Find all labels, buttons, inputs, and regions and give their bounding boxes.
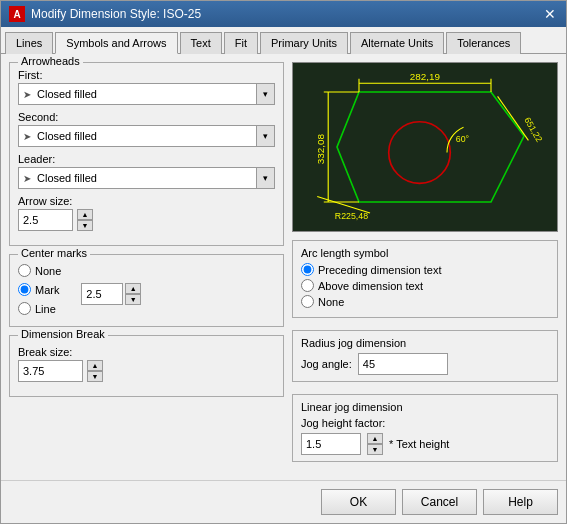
arrowheads-group: Arrowheads First: ➤ Closed filled ▾ Seco…	[9, 62, 284, 246]
center-mark-size-down[interactable]: ▼	[125, 294, 141, 305]
tab-fit[interactable]: Fit	[224, 32, 258, 54]
radius-jog-title: Radius jog dimension	[301, 337, 549, 349]
tab-alternate-units[interactable]: Alternate Units	[350, 32, 444, 54]
arrow-size-row: Arrow size: ▲ ▼	[18, 195, 275, 231]
svg-text:R225,48: R225,48	[335, 210, 368, 220]
break-size-down[interactable]: ▼	[87, 371, 103, 382]
above-label: Above dimension text	[318, 280, 423, 292]
jog-angle-input[interactable]	[358, 353, 448, 375]
arc-length-title: Arc length symbol	[301, 247, 549, 259]
arrow-size-buttons: ▲ ▼	[77, 209, 93, 231]
above-radio[interactable]	[301, 279, 314, 292]
cancel-button[interactable]: Cancel	[402, 489, 477, 515]
center-mark-size-up[interactable]: ▲	[125, 283, 141, 294]
arc-none-radio-row: None	[301, 295, 549, 308]
arrow-size-down[interactable]: ▼	[77, 220, 93, 231]
leader-arrow-icon: ➤	[19, 173, 35, 184]
mark-radio[interactable]	[18, 283, 31, 296]
break-size-up[interactable]: ▲	[87, 360, 103, 371]
jog-height-row: Jog height factor:	[301, 417, 549, 429]
preceding-radio[interactable]	[301, 263, 314, 276]
svg-text:282,19: 282,19	[410, 71, 441, 82]
mark-radio-row: Mark	[18, 283, 61, 296]
right-panel: 282,19 332,08 651,22 R225,48 60°	[292, 62, 558, 472]
dimension-break-group: Dimension Break Break size: ▲ ▼	[9, 335, 284, 397]
jog-height-buttons: ▲ ▼	[367, 433, 383, 455]
mark-radio-label: Mark	[35, 284, 59, 296]
second-dropdown[interactable]: ➤ Closed filled ▾	[18, 125, 275, 147]
arc-none-radio[interactable]	[301, 295, 314, 308]
preceding-radio-row: Preceding dimension text	[301, 263, 549, 276]
ok-button[interactable]: OK	[321, 489, 396, 515]
arrow-size-spinner: ▲ ▼	[18, 209, 275, 231]
center-mark-size-input[interactable]	[81, 283, 123, 305]
center-value-col: ▲ ▼	[81, 269, 141, 318]
content-area: Arrowheads First: ➤ Closed filled ▾ Seco…	[1, 54, 566, 480]
break-size-spinner: ▲ ▼	[18, 360, 275, 382]
leader-dropdown-btn[interactable]: ▾	[256, 168, 274, 188]
center-mark-size-buttons: ▲ ▼	[125, 283, 141, 305]
footer: OK Cancel Help	[1, 480, 566, 523]
jog-height-up[interactable]: ▲	[367, 433, 383, 444]
close-button[interactable]: ✕	[542, 6, 558, 22]
arrow-size-input[interactable]	[18, 209, 73, 231]
help-button[interactable]: Help	[483, 489, 558, 515]
arc-length-section: Arc length symbol Preceding dimension te…	[292, 240, 558, 318]
jog-height-down[interactable]: ▼	[367, 444, 383, 455]
first-label: First:	[18, 69, 275, 81]
none-radio-label: None	[35, 265, 61, 277]
leader-dropdown[interactable]: ➤ Closed filled ▾	[18, 167, 275, 189]
first-dropdown-text: Closed filled	[35, 88, 256, 100]
tab-primary-units[interactable]: Primary Units	[260, 32, 348, 54]
leader-field-row: Leader: ➤ Closed filled ▾	[18, 153, 275, 189]
text-height-label: * Text height	[389, 438, 449, 450]
jog-height-input-row: ▲ ▼ * Text height	[301, 433, 549, 455]
app-icon: A	[9, 6, 25, 22]
tab-lines[interactable]: Lines	[5, 32, 53, 54]
title-bar-left: A Modify Dimension Style: ISO-25	[9, 6, 201, 22]
second-field-row: Second: ➤ Closed filled ▾	[18, 111, 275, 147]
jog-height-input[interactable]	[301, 433, 361, 455]
arc-none-label: None	[318, 296, 344, 308]
line-radio[interactable]	[18, 302, 31, 315]
tab-tolerances[interactable]: Tolerances	[446, 32, 521, 54]
none-radio-row: None	[18, 264, 61, 277]
second-arrow-icon: ➤	[19, 131, 35, 142]
preceding-label: Preceding dimension text	[318, 264, 442, 276]
none-radio[interactable]	[18, 264, 31, 277]
leader-label: Leader:	[18, 153, 275, 165]
line-radio-row: Line	[18, 302, 61, 315]
leader-dropdown-text: Closed filled	[35, 172, 256, 184]
linear-jog-title: Linear jog dimension	[301, 401, 549, 413]
second-label: Second:	[18, 111, 275, 123]
arrow-size-label: Arrow size:	[18, 195, 275, 207]
tab-text[interactable]: Text	[180, 32, 222, 54]
main-window: A Modify Dimension Style: ISO-25 ✕ Lines…	[0, 0, 567, 524]
jog-height-label: Jog height factor:	[301, 417, 385, 429]
lower-groups: Center marks None Mark	[9, 254, 284, 327]
linear-jog-section: Linear jog dimension Jog height factor: …	[292, 394, 558, 462]
svg-text:60°: 60°	[456, 134, 469, 144]
center-marks-content: None Mark Line	[18, 261, 275, 318]
second-dropdown-btn[interactable]: ▾	[256, 126, 274, 146]
first-field-row: First: ➤ Closed filled ▾	[18, 69, 275, 105]
arrowheads-label: Arrowheads	[18, 55, 83, 67]
window-title: Modify Dimension Style: ISO-25	[31, 7, 201, 21]
first-dropdown[interactable]: ➤ Closed filled ▾	[18, 83, 275, 105]
dimension-break-label: Dimension Break	[18, 328, 108, 340]
preview-box: 282,19 332,08 651,22 R225,48 60°	[292, 62, 558, 232]
first-arrow-icon: ➤	[19, 89, 35, 100]
svg-rect-0	[293, 62, 557, 232]
center-marks-group: Center marks None Mark	[9, 254, 284, 327]
break-size-input[interactable]	[18, 360, 83, 382]
break-size-row: Break size: ▲ ▼	[18, 346, 275, 382]
radius-jog-section: Radius jog dimension Jog angle:	[292, 330, 558, 382]
first-dropdown-btn[interactable]: ▾	[256, 84, 274, 104]
tab-symbols-and-arrows[interactable]: Symbols and Arrows	[55, 32, 177, 54]
jog-angle-row: Jog angle:	[301, 353, 549, 375]
line-radio-label: Line	[35, 303, 56, 315]
arrow-size-up[interactable]: ▲	[77, 209, 93, 220]
break-size-buttons: ▲ ▼	[87, 360, 103, 382]
above-radio-row: Above dimension text	[301, 279, 549, 292]
jog-angle-label: Jog angle:	[301, 358, 352, 370]
